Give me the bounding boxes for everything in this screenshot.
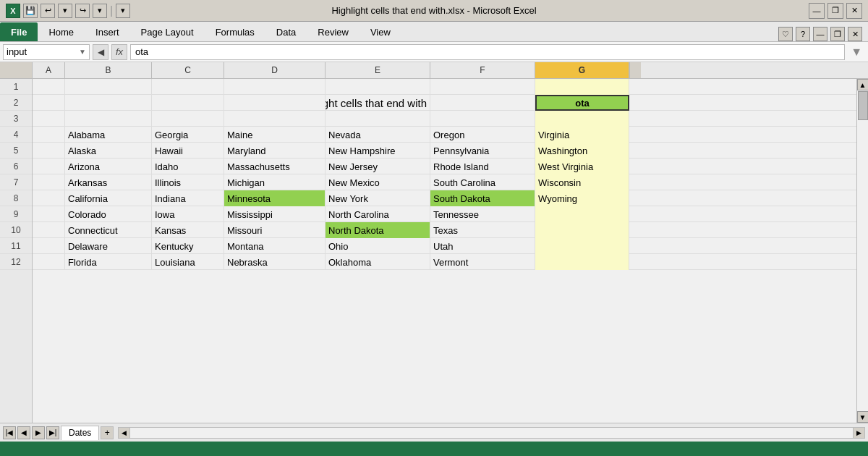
cell-d1[interactable] bbox=[224, 79, 326, 95]
cell-e6[interactable]: New Jersey bbox=[326, 159, 430, 174]
tab-home[interactable]: Home bbox=[38, 22, 85, 41]
help-heart-btn[interactable]: ♡ bbox=[778, 27, 793, 41]
cell-e3[interactable] bbox=[326, 111, 430, 127]
tab-page-layout[interactable]: Page Layout bbox=[130, 22, 205, 41]
col-header-c[interactable]: C bbox=[152, 62, 224, 78]
cell-f3[interactable] bbox=[430, 111, 535, 127]
sheet-nav-last[interactable]: ▶| bbox=[46, 426, 59, 439]
ribbon-restore[interactable]: ❐ bbox=[830, 27, 845, 41]
cell-b9[interactable]: Colorado bbox=[65, 206, 152, 222]
cell-e9[interactable]: North Carolina bbox=[326, 206, 430, 222]
tab-formulas[interactable]: Formulas bbox=[205, 22, 265, 41]
col-header-a[interactable]: A bbox=[33, 62, 65, 78]
cell-e12[interactable]: Oklahoma bbox=[326, 254, 430, 270]
add-sheet-btn[interactable]: + bbox=[101, 426, 114, 439]
h-scroll-right[interactable]: ▶ bbox=[853, 428, 864, 438]
cell-e4[interactable]: Nevada bbox=[326, 127, 430, 143]
cell-g6[interactable]: West Virginia bbox=[535, 159, 629, 174]
formula-input[interactable] bbox=[130, 44, 845, 60]
cell-c11[interactable]: Kentucky bbox=[152, 238, 224, 254]
cell-a12[interactable] bbox=[33, 254, 65, 270]
cell-c2[interactable] bbox=[152, 95, 224, 111]
redo-btn[interactable]: ↪ bbox=[75, 4, 90, 18]
sheet-nav-prev[interactable]: ◀ bbox=[17, 426, 30, 439]
cell-e8[interactable]: New York bbox=[326, 190, 430, 206]
tab-review[interactable]: Review bbox=[307, 22, 359, 41]
maximize-btn[interactable]: ❐ bbox=[827, 3, 843, 19]
cell-c3[interactable] bbox=[152, 111, 224, 127]
cell-a9[interactable] bbox=[33, 206, 65, 222]
help-btn[interactable]: ? bbox=[796, 27, 810, 41]
col-header-b[interactable]: B bbox=[65, 62, 152, 78]
cell-e10[interactable]: North Dakota bbox=[326, 222, 430, 238]
cell-d5[interactable]: Maryland bbox=[224, 143, 326, 159]
col-header-e[interactable]: E bbox=[326, 62, 430, 78]
cell-b8[interactable]: California bbox=[65, 190, 152, 206]
cell-b10[interactable]: Connecticut bbox=[65, 222, 152, 238]
cell-e2[interactable]: Highlight cells that end with bbox=[326, 95, 430, 111]
cell-g2[interactable]: ota bbox=[535, 95, 629, 111]
cell-e1[interactable] bbox=[326, 79, 430, 95]
cell-g5[interactable]: Washington bbox=[535, 143, 629, 159]
cell-e11[interactable]: Ohio bbox=[326, 238, 430, 254]
cell-f11[interactable]: Utah bbox=[430, 238, 535, 254]
col-header-d[interactable]: D bbox=[224, 62, 326, 78]
cell-c1[interactable] bbox=[152, 79, 224, 95]
cell-b4[interactable]: Alabama bbox=[65, 127, 152, 143]
minimize-btn[interactable]: — bbox=[809, 3, 825, 19]
cell-a6[interactable] bbox=[33, 159, 65, 174]
cell-g9[interactable] bbox=[535, 206, 629, 222]
cell-f10[interactable]: Texas bbox=[430, 222, 535, 238]
cell-a5[interactable] bbox=[33, 143, 65, 159]
scroll-down-btn[interactable]: ▼ bbox=[857, 411, 869, 423]
ribbon-close[interactable]: ✕ bbox=[848, 27, 862, 41]
cell-c10[interactable]: Kansas bbox=[152, 222, 224, 238]
cell-f7[interactable]: South Carolina bbox=[430, 174, 535, 190]
cell-b7[interactable]: Arkansas bbox=[65, 174, 152, 190]
vertical-scrollbar[interactable]: ▲ ▼ bbox=[856, 79, 868, 423]
cell-e7[interactable]: New Mexico bbox=[326, 174, 430, 190]
cell-d12[interactable]: Nebraska bbox=[224, 254, 326, 270]
cell-d9[interactable]: Mississippi bbox=[224, 206, 326, 222]
cell-f8[interactable]: South Dakota bbox=[430, 190, 535, 206]
cell-a10[interactable] bbox=[33, 222, 65, 238]
cell-g4[interactable]: Virginia bbox=[535, 127, 629, 143]
cell-d7[interactable]: Michigan bbox=[224, 174, 326, 190]
cell-g12[interactable] bbox=[535, 254, 629, 270]
cell-c6[interactable]: Idaho bbox=[152, 159, 224, 174]
col-header-g[interactable]: G bbox=[535, 62, 629, 78]
tab-file[interactable]: File bbox=[0, 22, 38, 41]
cell-b5[interactable]: Alaska bbox=[65, 143, 152, 159]
formula-scroll[interactable]: ▼ bbox=[848, 46, 865, 59]
tab-view[interactable]: View bbox=[359, 22, 401, 41]
save-btn[interactable]: 💾 bbox=[23, 4, 38, 18]
cell-d4[interactable]: Maine bbox=[224, 127, 326, 143]
col-header-f[interactable]: F bbox=[430, 62, 535, 78]
quick-access[interactable]: ▾ bbox=[116, 4, 130, 18]
name-box-arrow[interactable]: ▼ bbox=[79, 48, 86, 56]
cell-b11[interactable]: Delaware bbox=[65, 238, 152, 254]
cell-c7[interactable]: Illinois bbox=[152, 174, 224, 190]
cell-f4[interactable]: Oregon bbox=[430, 127, 535, 143]
window-controls[interactable]: — ❐ ✕ bbox=[809, 3, 862, 19]
cell-g8[interactable]: Wyoming bbox=[535, 190, 629, 206]
cell-a11[interactable] bbox=[33, 238, 65, 254]
cell-c4[interactable]: Georgia bbox=[152, 127, 224, 143]
cell-g7[interactable]: Wisconsin bbox=[535, 174, 629, 190]
horizontal-scrollbar[interactable]: ◀ ▶ bbox=[118, 427, 865, 439]
sheet-nav-first[interactable]: |◀ bbox=[3, 426, 16, 439]
cell-d6[interactable]: Massachusetts bbox=[224, 159, 326, 174]
fx-btn[interactable]: fx bbox=[111, 44, 127, 60]
cell-g1[interactable] bbox=[535, 79, 629, 95]
cell-c12[interactable]: Louisiana bbox=[152, 254, 224, 270]
cell-c9[interactable]: Iowa bbox=[152, 206, 224, 222]
name-box[interactable]: input ▼ bbox=[3, 44, 90, 60]
ribbon-minimize[interactable]: — bbox=[813, 27, 827, 41]
cell-a7[interactable] bbox=[33, 174, 65, 190]
cell-a8[interactable] bbox=[33, 190, 65, 206]
cell-f2[interactable] bbox=[430, 95, 535, 111]
tab-data[interactable]: Data bbox=[265, 22, 307, 41]
cell-d3[interactable] bbox=[224, 111, 326, 127]
scroll-up-btn[interactable]: ▲ bbox=[857, 79, 869, 90]
cell-c8[interactable]: Indiana bbox=[152, 190, 224, 206]
